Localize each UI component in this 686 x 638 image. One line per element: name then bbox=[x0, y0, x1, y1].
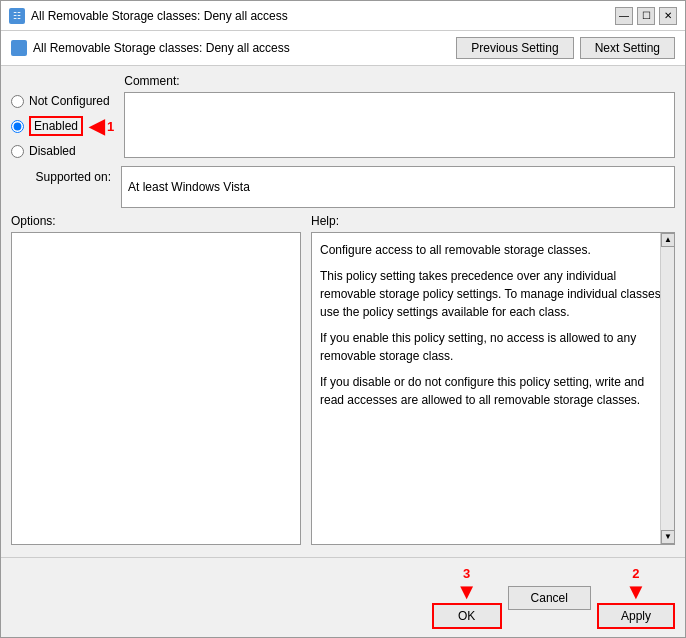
top-section: Not Configured Enabled ◀ 1 Disabled bbox=[11, 74, 675, 158]
apply-annotation: 2 ▼ Apply bbox=[597, 566, 675, 629]
cancel-button[interactable]: Cancel bbox=[508, 586, 591, 610]
down-arrow-2-icon: ▼ bbox=[625, 581, 647, 603]
maximize-button[interactable]: ☐ bbox=[637, 7, 655, 25]
options-label: Options: bbox=[11, 214, 301, 228]
header-left: All Removable Storage classes: Deny all … bbox=[11, 40, 290, 56]
down-arrow-3-icon: ▼ bbox=[456, 581, 478, 603]
supported-value: At least Windows Vista bbox=[121, 166, 675, 208]
scroll-up-button[interactable]: ▲ bbox=[661, 233, 675, 247]
options-panel bbox=[11, 232, 301, 545]
supported-section: Supported on: At least Windows Vista bbox=[11, 166, 675, 208]
disabled-radio[interactable] bbox=[11, 145, 24, 158]
help-text-3: If you enable this policy setting, no ac… bbox=[320, 329, 666, 365]
header-buttons: Previous Setting Next Setting bbox=[456, 37, 675, 59]
panels-area: Configure access to all removable storag… bbox=[11, 232, 675, 545]
apply-button[interactable]: Apply bbox=[597, 603, 675, 629]
header-bar: All Removable Storage classes: Deny all … bbox=[1, 31, 685, 66]
annotation-1: 1 bbox=[107, 119, 114, 134]
arrow1-wrapper: ◀ 1 bbox=[89, 114, 114, 138]
help-text-4: If you disable or do not configure this … bbox=[320, 373, 666, 409]
help-panel: Configure access to all removable storag… bbox=[311, 232, 675, 545]
supported-label: Supported on: bbox=[11, 166, 111, 184]
previous-setting-button[interactable]: Previous Setting bbox=[456, 37, 573, 59]
main-window: ☷ All Removable Storage classes: Deny al… bbox=[0, 0, 686, 638]
enabled-label: Enabled bbox=[29, 116, 83, 136]
window-icon: ☷ bbox=[9, 8, 25, 24]
comment-section: Comment: bbox=[124, 74, 675, 158]
ok-annotation: 3 ▼ OK bbox=[432, 566, 502, 629]
help-label: Help: bbox=[311, 214, 675, 228]
window-title: All Removable Storage classes: Deny all … bbox=[31, 9, 288, 23]
comment-textarea[interactable] bbox=[124, 92, 675, 158]
footer: 3 ▼ OK Cancel 2 ▼ Apply bbox=[1, 557, 685, 637]
not-configured-option[interactable]: Not Configured bbox=[11, 94, 114, 108]
arrow-right-icon: ◀ bbox=[89, 114, 104, 138]
not-configured-label: Not Configured bbox=[29, 94, 110, 108]
content-area: Not Configured Enabled ◀ 1 Disabled bbox=[1, 66, 685, 553]
help-text-1: Configure access to all removable storag… bbox=[320, 241, 666, 259]
not-configured-radio[interactable] bbox=[11, 95, 24, 108]
policy-icon bbox=[11, 40, 27, 56]
comment-label: Comment: bbox=[124, 74, 675, 88]
radio-group: Not Configured Enabled ◀ 1 Disabled bbox=[11, 74, 114, 158]
bottom-labels: Options: Help: bbox=[11, 214, 675, 228]
title-bar-left: ☷ All Removable Storage classes: Deny al… bbox=[9, 8, 288, 24]
close-button[interactable]: ✕ bbox=[659, 7, 677, 25]
help-text-2: This policy setting takes precedence ove… bbox=[320, 267, 666, 321]
help-scrollbar[interactable]: ▲ ▼ bbox=[660, 233, 674, 544]
title-bar: ☷ All Removable Storage classes: Deny al… bbox=[1, 1, 685, 31]
scroll-down-button[interactable]: ▼ bbox=[661, 530, 675, 544]
header-title: All Removable Storage classes: Deny all … bbox=[33, 41, 290, 55]
enabled-radio[interactable] bbox=[11, 120, 24, 133]
next-setting-button[interactable]: Next Setting bbox=[580, 37, 675, 59]
enabled-wrapper: Enabled ◀ 1 bbox=[11, 114, 114, 138]
enabled-option[interactable]: Enabled bbox=[11, 116, 83, 136]
scroll-track bbox=[661, 247, 674, 530]
supported-text: At least Windows Vista bbox=[128, 180, 250, 194]
minimize-button[interactable]: — bbox=[615, 7, 633, 25]
disabled-option[interactable]: Disabled bbox=[11, 144, 114, 158]
disabled-label: Disabled bbox=[29, 144, 76, 158]
ok-button[interactable]: OK bbox=[432, 603, 502, 629]
title-controls: — ☐ ✕ bbox=[615, 7, 677, 25]
